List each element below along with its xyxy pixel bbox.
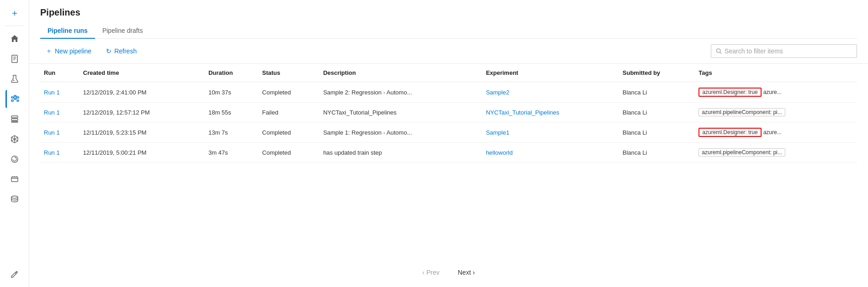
search-box[interactable] xyxy=(711,44,857,58)
status-cell: Completed xyxy=(259,82,320,103)
svg-point-27 xyxy=(716,49,720,52)
experiment-link[interactable]: Sample1 xyxy=(486,129,509,136)
svg-rect-15 xyxy=(11,119,18,120)
svg-rect-6 xyxy=(14,95,16,97)
run-link[interactable]: Run 1 xyxy=(44,149,60,156)
tab-pipeline-drafts[interactable]: Pipeline drafts xyxy=(95,23,150,39)
svg-rect-14 xyxy=(11,116,18,118)
status-cell: Failed xyxy=(259,103,320,122)
svg-line-11 xyxy=(16,98,17,99)
submitted-by-cell: Blanca Li xyxy=(619,122,695,143)
tags-cell: azureml.Designer: trueazure... xyxy=(695,82,857,103)
table-row: Run 112/11/2019, 5:23:15 PM13m 7sComplet… xyxy=(40,122,857,143)
chevron-right-icon: › xyxy=(473,269,475,276)
tag-badge: azureml.Designer: true xyxy=(699,88,761,97)
prev-button[interactable]: ‹ Prev xyxy=(415,265,447,280)
notebook-icon xyxy=(11,55,19,63)
status-cell: Completed xyxy=(259,143,320,162)
home-icon xyxy=(11,35,19,43)
sidebar-item-models[interactable] xyxy=(5,130,24,148)
duration-cell: 13m 7s xyxy=(205,122,259,143)
models-icon xyxy=(11,135,19,143)
description-cell: Sample 2: Regression - Automo... xyxy=(319,82,482,103)
col-run: Run xyxy=(40,64,79,82)
sidebar-item-notebook[interactable] xyxy=(5,50,24,68)
sidebar-item-edit[interactable] xyxy=(5,265,24,283)
experiment-link[interactable]: NYCTaxi_Tutorial_Pipelines xyxy=(486,109,560,116)
tag-badge: azureml.pipelineComponent: pi... xyxy=(699,108,785,116)
datasets-icon xyxy=(11,115,19,123)
col-created-time: Created time xyxy=(79,64,205,82)
page-title: Pipelines xyxy=(40,7,857,18)
col-experiment: Experiment xyxy=(482,64,619,82)
main-content: Pipelines Pipeline runs Pipeline drafts … xyxy=(29,0,868,287)
next-label: Next xyxy=(458,269,471,276)
description-cell: Sample 1: Regression - Automo... xyxy=(319,122,482,143)
duration-cell: 3m 47s xyxy=(205,143,259,162)
tags-cell: azureml.pipelineComponent: pi... xyxy=(695,143,857,162)
tag-truncated: azure... xyxy=(763,89,782,95)
sidebar-item-experiments[interactable] xyxy=(5,70,24,88)
refresh-icon: ↻ xyxy=(106,47,111,55)
run-link[interactable]: Run 1 xyxy=(44,109,60,116)
svg-point-4 xyxy=(13,80,14,81)
svg-rect-8 xyxy=(17,97,19,98)
refresh-button[interactable]: ↻ Refresh xyxy=(101,45,142,57)
experiments-icon xyxy=(11,75,19,83)
table-row: Run 112/12/2019, 2:41:00 PM10m 37sComple… xyxy=(40,82,857,103)
sidebar-item-datasets[interactable] xyxy=(5,110,24,128)
compute-icon xyxy=(11,175,19,183)
svg-rect-13 xyxy=(17,100,19,101)
duration-cell: 10m 37s xyxy=(205,82,259,103)
col-tags: Tags xyxy=(695,64,857,82)
col-status: Status xyxy=(259,64,320,82)
svg-point-20 xyxy=(11,156,18,162)
search-input[interactable] xyxy=(725,47,852,55)
experiment-link[interactable]: helloworld xyxy=(486,149,513,156)
toolbar: ＋ New pipeline ↻ Refresh xyxy=(29,39,868,64)
sidebar-item-pipelines[interactable] xyxy=(5,90,24,108)
table-header-row: Run Created time Duration Status Descrip… xyxy=(40,64,857,82)
svg-line-10 xyxy=(16,96,17,98)
col-duration: Duration xyxy=(205,64,259,82)
submitted-by-cell: Blanca Li xyxy=(619,143,695,162)
table-row: Run 112/11/2019, 5:00:21 PM3m 47sComplet… xyxy=(40,143,857,162)
sidebar-item-datastores[interactable] xyxy=(5,190,24,209)
run-link[interactable]: Run 1 xyxy=(44,89,60,96)
table-row: Run 112/12/2019, 12:57:12 PM18m 55sFaile… xyxy=(40,103,857,122)
edit-icon xyxy=(11,270,19,278)
pagination: ‹ Prev Next › xyxy=(29,258,868,287)
new-pipeline-button[interactable]: ＋ New pipeline xyxy=(40,44,97,58)
run-link[interactable]: Run 1 xyxy=(44,129,60,136)
experiment-link[interactable]: Sample2 xyxy=(486,89,509,96)
description-cell: has updated train step xyxy=(319,143,482,162)
svg-rect-21 xyxy=(11,177,18,182)
tags-cell: azureml.pipelineComponent: pi... xyxy=(695,103,857,122)
table-container: Run Created time Duration Status Descrip… xyxy=(29,64,868,258)
sidebar-add-button[interactable]: ＋ xyxy=(5,4,24,22)
created-time-cell: 12/12/2019, 12:57:12 PM xyxy=(79,103,205,122)
sidebar-item-compute[interactable] xyxy=(5,170,24,188)
chevron-left-icon: ‹ xyxy=(423,269,425,276)
svg-point-26 xyxy=(11,196,18,198)
tag-badge: azureml.pipelineComponent: pi... xyxy=(699,148,785,157)
svg-rect-7 xyxy=(14,98,16,99)
refresh-label: Refresh xyxy=(114,47,137,55)
sidebar-item-endpoints[interactable] xyxy=(5,150,24,168)
new-pipeline-label: New pipeline xyxy=(55,47,91,55)
sidebar-divider xyxy=(5,26,24,26)
created-time-cell: 12/11/2019, 5:00:21 PM xyxy=(79,143,205,162)
next-button[interactable]: Next › xyxy=(450,265,482,280)
sidebar-item-home[interactable] xyxy=(5,30,24,48)
submitted-by-cell: Blanca Li xyxy=(619,103,695,122)
pipelines-table: Run Created time Duration Status Descrip… xyxy=(40,64,857,162)
col-description: Description xyxy=(319,64,482,82)
svg-rect-16 xyxy=(11,121,18,122)
tab-pipeline-runs[interactable]: Pipeline runs xyxy=(40,23,95,39)
sidebar: ＋ xyxy=(0,0,29,287)
tab-bar: Pipeline runs Pipeline drafts xyxy=(40,23,857,39)
svg-rect-12 xyxy=(11,100,13,101)
add-icon: ＋ xyxy=(10,7,19,19)
prev-label: Prev xyxy=(426,269,439,276)
svg-rect-5 xyxy=(11,97,13,98)
